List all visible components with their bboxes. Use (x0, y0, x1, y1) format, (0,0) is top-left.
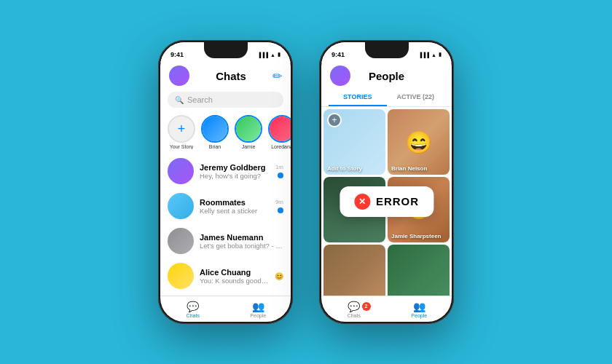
alice-name: Alice Chuang (200, 268, 269, 277)
jeremy-time: 1m (275, 164, 283, 170)
wifi-icon: ▲ (270, 52, 275, 58)
people-title: People (350, 70, 423, 82)
chat-jeremy[interactable]: Jeremy Goldberg Hey, how's it going? 1m (160, 154, 291, 189)
roommates-unread (278, 207, 283, 213)
chats-nav-label-right: Chats (348, 313, 361, 318)
profile-avatar-right[interactable] (330, 66, 350, 86)
add-story-plus: + (327, 113, 342, 127)
jeremy-meta: 1m (275, 164, 283, 178)
chats-header: Chats ✏ (160, 63, 291, 89)
phone-right: 9:41 ▐▐▐ ▲ ▮ People STORIES ACTIVE ( (319, 40, 454, 324)
wifi-icon-right: ▲ (431, 52, 436, 58)
people-nav-icon-right: 👥 (413, 301, 425, 312)
compose-icon[interactable]: ✏ (272, 69, 282, 83)
bottom-nav-right: 💬 Chats 2 👥 People (321, 296, 452, 322)
people-header: People (321, 63, 452, 89)
loredana-avatar (268, 115, 291, 143)
chat-nav-icon: 💬 (187, 301, 199, 312)
chat-alice[interactable]: Alice Chuang You: K sounds good - 8:24am… (160, 258, 291, 293)
search-icon: 🔍 (175, 96, 184, 104)
james-avatar (168, 228, 194, 254)
story-brian[interactable]: Brian (201, 115, 229, 149)
nav-people-left[interactable]: 👥 People (226, 301, 291, 318)
people-nav-icon-left: 👥 (252, 301, 264, 312)
chats-nav-label: Chats (187, 313, 200, 318)
jamie-label: Jamie (242, 144, 256, 149)
people-tabs: STORIES ACTIVE (22) (321, 89, 452, 107)
battery-icon: ▮ (278, 52, 280, 58)
brian-nelson-card[interactable]: 😄 Brian Nelson (388, 109, 450, 175)
james-name: James Nuemann (200, 233, 283, 242)
bottom-nav-left: 💬 Chats 👥 People (160, 296, 291, 322)
chat-james[interactable]: James Nuemann Let's get boba tonight? - … (160, 223, 291, 258)
roommates-time: 9m (275, 199, 283, 205)
add-to-story-card[interactable]: + Add to Story (323, 109, 385, 175)
jeremy-preview: Hey, how's it going? (200, 172, 270, 180)
forest-card[interactable] (388, 245, 450, 296)
jeremy-info: Jeremy Goldberg Hey, how's it going? (200, 163, 270, 180)
status-time-left: 9:41 (170, 51, 184, 58)
story-add-item[interactable]: + Your Story (168, 115, 195, 149)
people-nav-label-left: People (250, 313, 266, 318)
error-text: ERROR (376, 195, 419, 207)
status-time-right: 9:41 (332, 51, 345, 58)
profile-avatar-left[interactable] (169, 66, 189, 86)
stories-grid: + Add to Story 😄 Brian Nelson 🙂 (321, 107, 452, 296)
brian-avatar (201, 115, 229, 143)
add-story-label: Add to Story (327, 165, 362, 172)
notch-left (204, 42, 248, 58)
story-jamie[interactable]: Jamie (235, 115, 262, 149)
brian-nelson-label: Brian Nelson (391, 165, 427, 172)
search-placeholder: Search (187, 95, 213, 104)
jamie-avatar (235, 115, 262, 143)
tab-stories[interactable]: STORIES (329, 89, 387, 106)
roommates-meta: 9m (275, 199, 283, 213)
error-icon: ✕ (354, 194, 370, 210)
josh-kenny-card[interactable]: Josh Kenny (323, 245, 385, 296)
james-preview: Let's get boba tonight? - 37m (200, 242, 283, 250)
add-story-circle: + (168, 115, 195, 143)
roommates-preview: Kelly sent a sticker (200, 207, 270, 215)
nav-chats-left[interactable]: 💬 Chats (160, 301, 226, 318)
alice-avatar (168, 263, 194, 289)
jeremy-name: Jeremy Goldberg (200, 163, 270, 172)
alice-info: Alice Chuang You: K sounds good - 8:24am (200, 268, 269, 285)
signal-icon: ▐▐▐ (257, 52, 268, 58)
people-nav-label-right: People (411, 313, 427, 318)
nav-people-right[interactable]: 👥 People (387, 301, 452, 318)
chat-list: Jeremy Goldberg Hey, how's it going? 1m … (160, 154, 291, 296)
phones-container: 9:41 ▐▐▐ ▲ ▮ Chats ✏ 🔍 Search (158, 40, 454, 324)
search-bar[interactable]: 🔍 Search (168, 92, 283, 108)
roommates-name: Roommates (200, 198, 270, 207)
jamie-sharpsteen-label: Jamie Sharpsteen (391, 233, 441, 240)
phone-left: 9:41 ▐▐▐ ▲ ▮ Chats ✏ 🔍 Search (158, 40, 293, 324)
alice-meta: 😊 (275, 272, 283, 280)
status-icons-left: ▐▐▐ ▲ ▮ (257, 52, 280, 58)
your-story-label: Your Story (170, 144, 193, 149)
brian-label: Brian (209, 144, 221, 149)
app-background: 9:41 ▐▐▐ ▲ ▮ Chats ✏ 🔍 Search (0, 0, 612, 364)
alice-emoji: 😊 (275, 272, 283, 280)
chats-badge: 2 (362, 302, 371, 311)
story-loredana[interactable]: Loredana (268, 115, 291, 149)
status-icons-right: ▐▐▐ ▲ ▮ (418, 52, 442, 58)
notch-right (365, 42, 409, 58)
signal-icon-right: ▐▐▐ (418, 52, 429, 58)
jeremy-unread (278, 173, 283, 178)
chat-nav-icon-right: 💬 (348, 301, 360, 312)
jeremy-avatar (168, 158, 194, 184)
chat-roommates[interactable]: Roommates Kelly sent a sticker 9m (160, 189, 291, 223)
battery-icon-right: ▮ (439, 52, 442, 58)
nav-chats-right[interactable]: 💬 Chats 2 (321, 301, 387, 318)
chats-title: Chats (189, 70, 272, 82)
roommates-avatar (168, 193, 194, 219)
james-info: James Nuemann Let's get boba tonight? - … (200, 233, 283, 250)
stories-row: + Your Story Brian Jamie Loredana (160, 111, 291, 154)
alice-preview: You: K sounds good - 8:24am (200, 277, 269, 285)
roommates-info: Roommates Kelly sent a sticker (200, 198, 270, 215)
error-overlay: ✕ ERROR (340, 186, 434, 217)
tab-active[interactable]: ACTIVE (22) (387, 89, 445, 106)
loredana-label: Loredana (271, 144, 291, 149)
